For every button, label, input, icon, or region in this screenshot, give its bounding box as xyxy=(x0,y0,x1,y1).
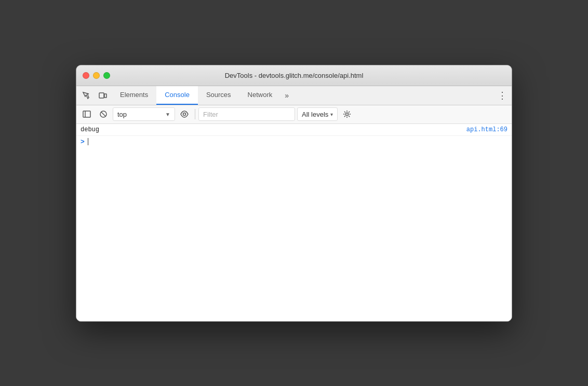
inspect-element-button[interactable] xyxy=(78,88,94,103)
minimize-button[interactable] xyxy=(93,72,100,79)
levels-arrow: ▾ xyxy=(330,112,333,117)
svg-point-7 xyxy=(183,113,186,116)
svg-point-8 xyxy=(346,113,349,116)
svg-rect-1 xyxy=(104,94,106,98)
console-cursor xyxy=(88,138,88,145)
console-settings-button[interactable] xyxy=(340,107,354,121)
console-entry: debug api.html:69 xyxy=(76,124,512,136)
device-toolbar-button[interactable] xyxy=(95,88,111,103)
svg-line-6 xyxy=(101,112,105,116)
console-input-row[interactable]: > xyxy=(76,136,512,148)
svg-rect-0 xyxy=(99,93,104,98)
console-toolbar: top ▼ All levels ▾ xyxy=(76,105,512,124)
toolbar-separator xyxy=(195,109,195,119)
svg-rect-2 xyxy=(83,111,90,117)
close-button[interactable] xyxy=(83,72,89,79)
titlebar: DevTools - devtools.glitch.me/console/ap… xyxy=(76,65,512,86)
tab-console[interactable]: Console xyxy=(156,86,198,105)
tab-sources[interactable]: Sources xyxy=(198,86,239,105)
window-title: DevTools - devtools.glitch.me/console/ap… xyxy=(225,72,364,79)
traffic-lights xyxy=(83,72,110,79)
console-entry-source[interactable]: api.html:69 xyxy=(466,126,507,133)
tab-overflow-button[interactable]: » xyxy=(280,91,293,100)
context-selector[interactable]: top ▼ xyxy=(113,107,175,121)
filter-input[interactable] xyxy=(198,107,295,121)
console-entry-text: debug xyxy=(81,126,466,133)
levels-label: All levels xyxy=(302,111,328,118)
maximize-button[interactable] xyxy=(103,72,110,79)
console-sidebar-button[interactable] xyxy=(79,107,94,121)
context-label: top xyxy=(117,111,127,118)
tabbar: Elements Console Sources Network » ⋮ xyxy=(76,86,512,105)
clear-console-button[interactable] xyxy=(96,107,111,121)
live-expressions-button[interactable] xyxy=(177,107,192,121)
log-levels-selector[interactable]: All levels ▾ xyxy=(297,107,338,121)
console-content: debug api.html:69 > xyxy=(76,124,512,321)
console-prompt-symbol: > xyxy=(81,138,85,146)
tab-network[interactable]: Network xyxy=(239,86,281,105)
context-arrow: ▼ xyxy=(165,112,170,117)
tab-elements[interactable]: Elements xyxy=(112,86,156,105)
devtools-menu-button[interactable]: ⋮ xyxy=(495,88,510,103)
devtools-window: DevTools - devtools.glitch.me/console/ap… xyxy=(76,65,512,322)
devtools-panel: Elements Console Sources Network » ⋮ xyxy=(76,86,512,321)
